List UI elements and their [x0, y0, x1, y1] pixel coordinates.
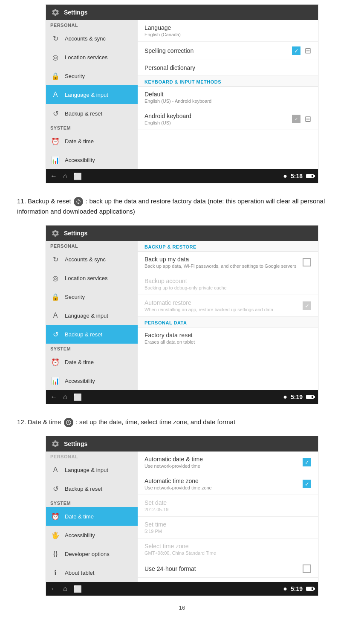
auto-restore-checkbox: ✓	[303, 301, 311, 310]
desc12-number: 12.	[17, 418, 28, 425]
sidebar-label-location-2: Location services	[65, 275, 107, 281]
battery-2	[306, 395, 314, 399]
spelling-title: Spelling correction	[144, 47, 194, 54]
dot-icon-2: ●	[283, 393, 287, 401]
clock-icon-2: ⏰	[50, 357, 61, 367]
sidebar-label-accessibility-2: Accessibility	[65, 378, 95, 384]
backup-account-title: Backup account	[144, 278, 311, 284]
sidebar-item-security-1[interactable]: 🔒 Security	[46, 67, 138, 85]
backup-inline-icon	[74, 197, 83, 206]
info-icon-3: ℹ	[50, 567, 61, 578]
auto-date-row[interactable]: Automatic date & time Use network-provid…	[138, 452, 318, 473]
sidebar-item-accounts-1[interactable]: ↻ Accounts & sync	[46, 29, 138, 48]
android-kb-checkbox[interactable]: ✓	[292, 115, 300, 123]
sidebar-item-date-2[interactable]: ⏰ Date & time	[46, 353, 138, 371]
auto-timezone-checkbox[interactable]: ✓	[303, 480, 311, 488]
sidebar-label-accessibility-1: Accessibility	[65, 157, 95, 163]
location-icon-2: ◎	[50, 273, 61, 283]
backup-data-row[interactable]: Back up my data Back up app data, Wi-Fi …	[138, 252, 318, 273]
auto-restore-subtitle: When reinstalling an app, restore backed…	[144, 307, 273, 312]
sidebar-item-backup-2[interactable]: ↺ Backup & reset	[46, 325, 138, 344]
language-row[interactable]: Language English (Canada)	[138, 20, 318, 42]
backup-icon-3: ↺	[50, 483, 61, 494]
sidebar-item-accessibility-2[interactable]: 📊 Accessibility	[46, 371, 138, 390]
default-title: Default	[144, 91, 311, 98]
sidebar-item-location-1[interactable]: ◎ Location services	[46, 48, 138, 67]
recent-icon-2[interactable]: ⬜	[73, 393, 82, 401]
nav-icons-2: ← ⌂ ⬜	[50, 393, 82, 401]
sidebar-item-date-1[interactable]: ⏰ Date & time	[46, 132, 138, 151]
backup-data-subtitle: Back up app data, Wi-Fi passwords, and o…	[144, 263, 296, 269]
home-icon-2[interactable]: ⌂	[63, 393, 67, 401]
android-kb-row[interactable]: Android keyboard English (US) ✓ ⊟	[138, 108, 318, 130]
desc12-text: Date & time	[28, 418, 61, 425]
sidebar-item-about-3[interactable]: ℹ About tablet	[46, 563, 138, 582]
spelling-text: Spelling correction	[144, 47, 194, 54]
backup-restore-header: BACKUP & RESTORE	[138, 241, 318, 252]
sync-icon-2: ↻	[50, 254, 61, 264]
lock-icon-1: 🔒	[50, 71, 61, 81]
sidebar-label-accessibility-3: Accessibility	[65, 532, 95, 538]
backup-data-checkbox[interactable]	[303, 258, 311, 266]
settings-body-3: PERSONAL A Language & input ↺ Backup & r…	[46, 452, 318, 582]
settings-ui-1: Settings PERSONAL ↻ Accounts & sync ◎ Lo…	[46, 5, 318, 183]
personal-label-2: PERSONAL	[46, 241, 138, 250]
sidebar-item-language-2[interactable]: A Language & input	[46, 306, 138, 325]
auto-restore-title: Automatic restore	[144, 299, 273, 306]
default-row[interactable]: Default English (US) - Android keyboard	[138, 87, 318, 108]
settings-icon-2	[50, 228, 61, 238]
back-icon-1[interactable]: ←	[50, 172, 57, 180]
main-content-1: Language English (Canada) Spelling corre…	[138, 20, 318, 169]
location-icon-1: ◎	[50, 52, 61, 62]
sidebar-label-accounts-2: Accounts & sync	[65, 256, 106, 263]
sidebar-item-date-3[interactable]: ⏰ Date & time	[46, 507, 138, 526]
nav-icons-1: ← ⌂ ⬜	[50, 172, 82, 180]
screenshot1: Settings PERSONAL ↻ Accounts & sync ◎ Lo…	[46, 4, 318, 183]
sidebar-item-backup-1[interactable]: ↺ Backup & reset	[46, 104, 138, 123]
battery-1	[306, 174, 314, 178]
set-date-subtitle: 2012-05-19	[144, 507, 311, 512]
auto-date-checkbox[interactable]: ✓	[303, 458, 311, 466]
back-icon-3[interactable]: ←	[50, 585, 57, 593]
dictionary-row[interactable]: Personal dictionary	[138, 60, 318, 76]
sidebar-label-date-1: Date & time	[65, 138, 94, 145]
hour24-row[interactable]: Use 24-hour format	[138, 560, 318, 578]
language-subtitle: English (Canada)	[144, 32, 311, 37]
sidebar-item-backup-3[interactable]: ↺ Backup & reset	[46, 479, 138, 498]
sidebar-item-security-2[interactable]: 🔒 Security	[46, 287, 138, 306]
sidebar-item-accessibility-3[interactable]: 🖐 Accessibility	[46, 526, 138, 544]
desc12: 12. Date & time : set up the date, time,…	[0, 408, 364, 431]
auto-timezone-title: Automatic time zone	[144, 478, 212, 484]
sidebar-label-backup-1: Backup & reset	[65, 110, 102, 117]
sidebar-item-accounts-2[interactable]: ↻ Accounts & sync	[46, 250, 138, 269]
tune-icon-kb[interactable]: ⊟	[305, 114, 311, 124]
set-time-row: Set time 5:19 PM	[138, 517, 318, 538]
home-icon-3[interactable]: ⌂	[63, 585, 67, 593]
titlebar-label-2: Settings	[64, 230, 87, 237]
home-icon-1[interactable]: ⌂	[63, 172, 67, 180]
auto-timezone-row[interactable]: Automatic time zone Use network-provided…	[138, 473, 318, 495]
hour24-checkbox[interactable]	[303, 564, 311, 573]
recent-icon-3[interactable]: ⬜	[73, 585, 82, 593]
sidebar-item-developer-3[interactable]: {} Developer options	[46, 544, 138, 563]
factory-reset-row[interactable]: Factory data reset Erases all data on ta…	[138, 327, 318, 349]
sidebar-item-language-1[interactable]: A Language & input	[46, 85, 138, 104]
settings-ui-3: Settings PERSONAL A Language & input ↺ B…	[46, 436, 318, 596]
sidebar-label-language-1: Language & input	[65, 92, 108, 98]
status-bar-2: ← ⌂ ⬜ ● 5:19	[46, 390, 318, 404]
titlebar-2: Settings	[46, 226, 318, 241]
tune-icon-spelling[interactable]: ⊟	[305, 46, 311, 55]
back-icon-2[interactable]: ←	[50, 393, 57, 401]
screenshot2: Settings PERSONAL ↻ Accounts & sync ◎ Lo…	[46, 225, 318, 404]
spelling-row[interactable]: Spelling correction ✓ ⊟	[138, 42, 318, 60]
sidebar-item-location-2[interactable]: ◎ Location services	[46, 269, 138, 287]
sidebar-item-language-3[interactable]: A Language & input	[46, 460, 138, 479]
spelling-checkbox[interactable]: ✓	[292, 46, 300, 55]
backup-icon-2: ↺	[50, 329, 61, 339]
sidebar-item-accessibility-1[interactable]: 📊 Accessibility	[46, 151, 138, 169]
recent-icon-1[interactable]: ⬜	[73, 172, 82, 180]
sidebar-label-backup-3: Backup & reset	[65, 486, 102, 492]
android-kb-title: Android keyboard	[144, 113, 191, 119]
backup-account-row: Backup account Backing up to debug-only …	[138, 273, 318, 295]
sidebar-3: PERSONAL A Language & input ↺ Backup & r…	[46, 452, 138, 582]
